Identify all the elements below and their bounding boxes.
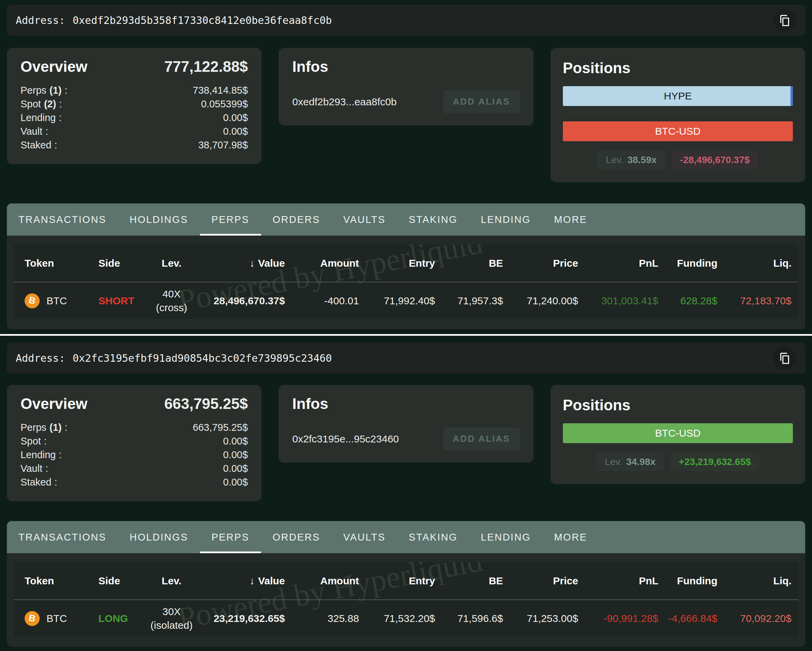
copy-address-button[interactable] bbox=[773, 346, 796, 370]
tab-section: TRANSACTIONS HOLDINGS PERPS ORDERS VAULT… bbox=[7, 203, 805, 329]
sort-desc-icon: ↓ bbox=[249, 575, 255, 586]
side-value: SHORT bbox=[90, 295, 141, 307]
entry-cell: 71,532.20$ bbox=[384, 613, 435, 624]
tab-orders[interactable]: ORDERS bbox=[261, 203, 332, 235]
overview-row-spot: Spot: 0.00$ bbox=[20, 434, 248, 448]
header-be[interactable]: BE bbox=[489, 257, 503, 269]
liq-cell: 70,092.20$ bbox=[740, 613, 792, 624]
tab-perps[interactable]: PERPS bbox=[200, 203, 261, 235]
add-alias-button[interactable]: ADD ALIAS bbox=[443, 90, 520, 113]
perps-table: Powered by Hyperliquid Token Side Lev. ↓… bbox=[14, 245, 798, 319]
header-side[interactable]: Side bbox=[90, 575, 141, 587]
be-cell: 71,957.3$ bbox=[457, 295, 503, 307]
tab-staking[interactable]: STAKING bbox=[397, 203, 469, 235]
row-value: 38,707.98$ bbox=[198, 138, 248, 152]
header-be[interactable]: BE bbox=[489, 575, 503, 587]
price-cell: 71,240.00$ bbox=[527, 295, 578, 307]
header-amount[interactable]: Amount bbox=[320, 575, 359, 587]
table-row[interactable]: B BTC SHORT 40X (cross) 28,496,670.37$ -… bbox=[14, 283, 798, 319]
tab-perps[interactable]: PERPS bbox=[200, 521, 261, 553]
position-button-btc-usd[interactable]: BTC-USD bbox=[563, 121, 793, 141]
overview-row-lending: Lending: 0.00$ bbox=[20, 448, 248, 462]
copy-address-button[interactable] bbox=[773, 9, 796, 32]
tab-transactions[interactable]: TRANSACTIONS bbox=[7, 521, 118, 553]
summary-cards-row: Overview 777,122.88$ Perps(1): 738,414.8… bbox=[7, 48, 805, 182]
tab-vaults[interactable]: VAULTS bbox=[332, 521, 397, 553]
row-value: 0.00$ bbox=[223, 448, 248, 462]
address-bar: Address: 0x2fc3195efbf91ad90854bc3c02fe7… bbox=[7, 342, 805, 373]
positions-scrollbar[interactable] bbox=[791, 86, 793, 106]
page: Address: 0xedf2b293d5b358f17330c8412e0be… bbox=[0, 0, 812, 651]
be-cell: 71,596.6$ bbox=[457, 613, 503, 624]
short-address: 0xedf2b293...eaa8fc0b bbox=[292, 96, 397, 108]
overview-row-vault: Vault: 0.00$ bbox=[20, 462, 248, 475]
overview-row-staked: Staked: 38,707.98$ bbox=[20, 138, 248, 152]
header-funding[interactable]: Funding bbox=[677, 257, 717, 269]
header-price[interactable]: Price bbox=[553, 575, 578, 587]
row-value: 0.00$ bbox=[223, 475, 248, 489]
tab-orders[interactable]: ORDERS bbox=[261, 521, 332, 553]
overview-row-vault: Vault: 0.00$ bbox=[20, 124, 248, 138]
leverage-pill: Lev. 34.98x bbox=[596, 453, 665, 471]
tab-lending[interactable]: LENDING bbox=[469, 203, 542, 235]
header-value[interactable]: ↓Value bbox=[249, 575, 285, 587]
table-header-row: Token Side Lev. ↓Value Amount Entry BE P… bbox=[14, 562, 798, 599]
table-row[interactable]: B BTC LONG 30X (isolated) 23,219,632.65$… bbox=[14, 600, 798, 637]
tab-staking[interactable]: STAKING bbox=[397, 521, 469, 553]
address-value: 0xedf2b293d5b358f17330c8412e0be36feaa8fc… bbox=[73, 14, 332, 26]
tab-more[interactable]: MORE bbox=[542, 203, 599, 235]
token-name: BTC bbox=[46, 613, 67, 624]
overview-title: Overview bbox=[20, 58, 87, 75]
tab-bar: TRANSACTIONS HOLDINGS PERPS ORDERS VAULT… bbox=[7, 203, 805, 235]
tab-vaults[interactable]: VAULTS bbox=[332, 203, 397, 235]
header-token[interactable]: Token bbox=[21, 257, 90, 269]
perps-table: Powered by Hyperliquid Token Side Lev. ↓… bbox=[14, 562, 798, 637]
overview-row-lending: Lending: 0.00$ bbox=[20, 111, 248, 124]
infos-title: Infos bbox=[292, 395, 519, 413]
header-liq[interactable]: Liq. bbox=[773, 575, 792, 587]
row-value: 0.00$ bbox=[223, 434, 248, 448]
overview-row-perps: Perps(1): 738,414.85$ bbox=[20, 83, 248, 97]
tab-transactions[interactable]: TRANSACTIONS bbox=[7, 203, 118, 235]
add-alias-button[interactable]: ADD ALIAS bbox=[443, 427, 520, 450]
tab-lending[interactable]: LENDING bbox=[469, 521, 542, 553]
tab-holdings[interactable]: HOLDINGS bbox=[118, 521, 200, 553]
copy-icon bbox=[777, 351, 792, 365]
funding-cell: 628.28$ bbox=[681, 295, 717, 307]
header-entry[interactable]: Entry bbox=[409, 257, 435, 269]
overview-total: 777,122.88$ bbox=[164, 58, 248, 75]
header-funding[interactable]: Funding bbox=[677, 575, 717, 587]
entry-cell: 71,992.40$ bbox=[384, 295, 435, 307]
header-entry[interactable]: Entry bbox=[409, 575, 435, 587]
copy-icon bbox=[777, 13, 792, 28]
header-pnl[interactable]: PnL bbox=[639, 257, 659, 269]
amount-cell: 325.88 bbox=[328, 613, 359, 624]
overview-title: Overview bbox=[20, 395, 87, 413]
header-lev[interactable]: Lev. bbox=[162, 574, 182, 588]
header-pnl[interactable]: PnL bbox=[639, 575, 659, 587]
header-token[interactable]: Token bbox=[21, 575, 90, 587]
address-text: Address: 0xedf2b293d5b358f17330c8412e0be… bbox=[16, 14, 332, 26]
header-price[interactable]: Price bbox=[553, 257, 578, 269]
header-side[interactable]: Side bbox=[90, 257, 141, 269]
header-liq[interactable]: Liq. bbox=[773, 257, 792, 269]
header-amount[interactable]: Amount bbox=[320, 257, 359, 269]
pnl-cell: 301,003.41$ bbox=[601, 295, 658, 307]
leverage-cell: 40X (cross) bbox=[156, 287, 187, 315]
address-bar: Address: 0xedf2b293d5b358f17330c8412e0be… bbox=[7, 5, 805, 35]
infos-card: Infos 0xedf2b293...eaa8fc0b ADD ALIAS bbox=[279, 48, 533, 125]
address-label: Address: bbox=[16, 352, 65, 364]
section-divider bbox=[0, 334, 812, 336]
tab-more[interactable]: MORE bbox=[542, 521, 599, 553]
position-button-hype[interactable]: HYPE bbox=[563, 86, 793, 106]
sort-desc-icon: ↓ bbox=[249, 257, 255, 269]
tab-holdings[interactable]: HOLDINGS bbox=[118, 203, 200, 235]
positions-list: HYPE BTC-USD bbox=[563, 86, 793, 141]
table-header-row: Token Side Lev. ↓Value Amount Entry BE P… bbox=[14, 245, 798, 282]
positions-card: Positions HYPE BTC-USD Lev. 38.59x -28,4… bbox=[551, 48, 805, 182]
position-button-btc-usd[interactable]: BTC-USD bbox=[563, 423, 793, 443]
infos-title: Infos bbox=[292, 58, 519, 75]
funding-cell: -4,666.84$ bbox=[669, 613, 717, 624]
header-lev[interactable]: Lev. bbox=[162, 257, 182, 270]
header-value[interactable]: ↓Value bbox=[249, 257, 285, 269]
